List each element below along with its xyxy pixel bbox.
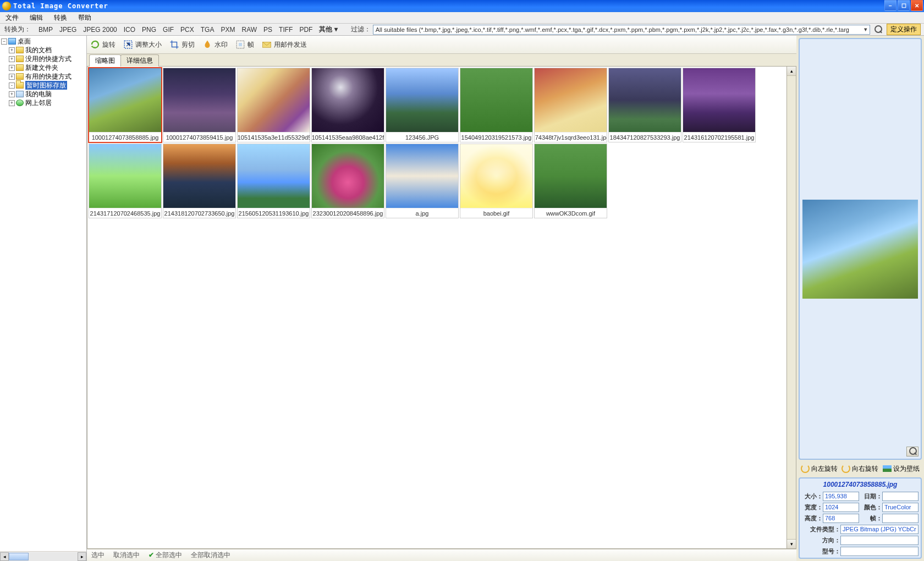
thumbnail-item[interactable]: 184347120827533293.jpg [608, 68, 681, 142]
scroll-right-icon[interactable]: ▸ [78, 552, 86, 561]
fmt-ps[interactable]: PS [260, 26, 276, 34]
thumbnail-item[interactable]: 123456.JPG [386, 68, 459, 142]
scroll-down-icon[interactable]: ▾ [787, 539, 796, 548]
fmt-gif[interactable]: GIF [160, 26, 177, 34]
thumbnail-grid: 10001274073858885.jpg10001274073859415.j… [87, 66, 787, 549]
scroll-up-icon[interactable]: ▴ [787, 67, 796, 76]
tree-toggle-icon[interactable]: + [9, 47, 15, 53]
btn-select[interactable]: 选中 [91, 551, 105, 560]
fmt-pxm[interactable]: PXM [217, 26, 238, 34]
info-height: 768 [823, 514, 859, 523]
thumbnail-item[interactable]: 1105141535a3e11d55329d5f [237, 68, 310, 142]
thumbnail-caption: 1105141535a3e11d55329d5f [238, 132, 310, 142]
scroll-thumb[interactable] [9, 553, 29, 560]
btn-deselect-all[interactable]: 全部取消选中 [191, 551, 230, 560]
thumbnail-item[interactable]: 1105141535eaa9808ae412f8 [311, 68, 384, 142]
menu-bar: 文件 编辑 转换 帮助 [0, 12, 924, 24]
fmt-bmp[interactable]: BMP [35, 26, 56, 34]
fmt-jpeg[interactable]: JPEG [56, 26, 80, 34]
thumbnail-caption: 214316120702195581.jpg [683, 132, 755, 142]
search-icon[interactable] [875, 25, 883, 34]
btn-select-all[interactable]: ✔ 全部选中 [148, 551, 182, 560]
fmt-png[interactable]: PNG [139, 26, 160, 34]
tree-toggle-icon[interactable]: − [1, 38, 7, 45]
tree-item[interactable]: +有用的快捷方式 [1, 72, 86, 81]
tree-label[interactable]: 我的电脑 [25, 90, 52, 98]
thumbnail-item[interactable]: baobei.gif [460, 144, 533, 218]
fmt-jpeg2000[interactable]: JPEG 2000 [80, 26, 120, 34]
tool-crop[interactable]: 剪切 [169, 40, 195, 50]
tree-label[interactable]: 网上邻居 [25, 98, 52, 107]
tree-toggle-icon[interactable]: + [9, 65, 15, 71]
set-wallpaper-button[interactable]: 设为壁纸 [883, 464, 920, 474]
menu-convert[interactable]: 转换 [48, 13, 73, 23]
tree-toggle-icon[interactable]: + [9, 91, 15, 97]
thumbnail-item[interactable]: 214318120702733650.jpg [163, 144, 236, 218]
tree-item[interactable]: +网上邻居 [1, 98, 86, 107]
fmt-pcx[interactable]: PCX [177, 26, 197, 34]
thumbnail-item[interactable]: a.jpg [386, 144, 459, 218]
maximize-button[interactable]: ☐ [898, 0, 910, 11]
folder-tree[interactable]: − 桌面 +我的文档+没用的快捷方式+新建文件夹+有用的快捷方式-暂时图标存放+… [0, 36, 86, 551]
tree-label[interactable]: 我的文档 [25, 46, 52, 54]
rotate-right-button[interactable]: 向右旋转 [842, 464, 878, 474]
tree-item[interactable]: +新建文件夹 [1, 63, 86, 72]
tree-label-desktop[interactable]: 桌面 [18, 37, 31, 46]
tool-email[interactable]: 用邮件发送 [262, 40, 307, 50]
thumbs-v-scrollbar[interactable]: ▴ ▾ [787, 66, 796, 549]
tool-rotate[interactable]: 旋转 [90, 40, 116, 50]
app-logo-icon [2, 2, 11, 10]
thumbnail-item[interactable]: 214317120702468535.jpg [89, 144, 162, 218]
tool-resize[interactable]: 调整大小 [123, 40, 162, 50]
thumbnail-item[interactable]: wwwOK3Dcom.gif [534, 144, 607, 218]
tool-frame[interactable]: 帧 [235, 40, 254, 50]
tab-thumbnail[interactable]: 缩略图 [89, 54, 121, 67]
zoom-button[interactable] [906, 447, 919, 457]
tree-toggle-icon[interactable]: + [9, 74, 15, 80]
tab-details[interactable]: 详细信息 [120, 54, 159, 67]
tree-toggle-icon[interactable]: - [9, 82, 15, 89]
thumbnail-caption: 214317120702468535.jpg [89, 208, 161, 218]
tree-toggle-icon[interactable]: + [9, 100, 15, 106]
preview-image [802, 200, 918, 299]
tree-item[interactable]: +我的电脑 [1, 90, 86, 98]
thumbnail-image [386, 68, 458, 132]
tree-label[interactable]: 没用的快捷方式 [25, 54, 72, 63]
tree-label[interactable]: 新建文件夹 [25, 63, 58, 72]
tree-h-scrollbar[interactable]: ◂ ▸ [0, 551, 86, 561]
fmt-ico[interactable]: ICO [120, 26, 139, 34]
custom-operation-button[interactable]: 定义操作 [887, 24, 921, 35]
info-date [882, 492, 919, 501]
close-button[interactable]: ✕ [911, 0, 923, 11]
tree-item[interactable]: +没用的快捷方式 [1, 54, 86, 63]
tree-label[interactable]: 暂时图标存放 [25, 81, 67, 90]
tree-toggle-icon[interactable]: + [9, 56, 15, 62]
menu-help[interactable]: 帮助 [73, 13, 97, 23]
info-orient [840, 536, 919, 545]
thumbnail-item[interactable]: 174348t7jv1sqrd3eeo131.jpg [534, 68, 607, 142]
scroll-left-icon[interactable]: ◂ [0, 552, 9, 561]
tree-item[interactable]: -暂时图标存放 [1, 81, 86, 90]
menu-file[interactable]: 文件 [0, 13, 24, 23]
thumbnail-item[interactable]: 154049120319521573.jpg [460, 68, 533, 142]
minimize-button[interactable]: − [884, 0, 897, 11]
tree-label[interactable]: 有用的快捷方式 [25, 72, 72, 81]
thumbnail-item[interactable]: 10001274073859415.jpg [163, 68, 236, 142]
folder-icon [16, 64, 24, 71]
thumbnail-item[interactable]: 232300120208458896.jpg [311, 144, 384, 218]
filter-select[interactable]: All suitable files (*.bmp,*.jpg,*.jpeg,*… [373, 25, 870, 35]
fmt-tga[interactable]: TGA [197, 26, 218, 34]
info-model [840, 547, 919, 556]
thumbnail-item[interactable]: 215605120531193610.jpg [237, 144, 310, 218]
rotate-left-button[interactable]: 向左旋转 [801, 464, 838, 474]
btn-deselect[interactable]: 取消选中 [113, 551, 140, 560]
thumbnail-item[interactable]: 10001274073858885.jpg [89, 68, 162, 142]
tool-watermark[interactable]: 水印 [202, 40, 228, 50]
fmt-tiff[interactable]: TIFF [276, 26, 296, 34]
thumbnail-item[interactable]: 214316120702195581.jpg [683, 68, 756, 142]
fmt-pdf[interactable]: PDF [296, 26, 316, 34]
tree-item[interactable]: +我的文档 [1, 46, 86, 54]
menu-edit[interactable]: 编辑 [24, 13, 48, 23]
fmt-other[interactable]: 其他 ▾ [316, 25, 340, 34]
fmt-raw[interactable]: RAW [238, 26, 260, 34]
